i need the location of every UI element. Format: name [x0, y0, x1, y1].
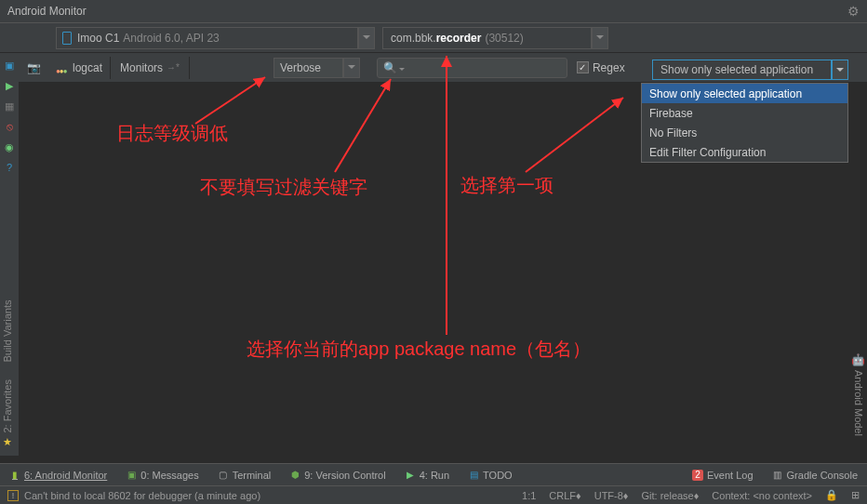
device-name: Imoo C1 — [77, 32, 119, 45]
tab-android-monitor[interactable]: ▮6: Android Monitor — [0, 464, 116, 485]
panel-title: Android Monitor — [7, 5, 87, 18]
process-dropdown[interactable]: com.bbk.recorder (30512) — [382, 27, 592, 49]
ide-icon[interactable]: ⊞ — [851, 489, 860, 501]
bottom-tool-tabs: ▮6: Android Monitor ▣0: Messages ▢Termin… — [0, 463, 867, 485]
status-linecol[interactable]: 1:1 — [522, 490, 536, 501]
play-icon[interactable]: ▶ — [3, 79, 16, 92]
status-bar: ! Can't bind to local 8602 for debugger … — [0, 485, 867, 504]
lock-icon[interactable]: 🔒 — [825, 489, 838, 501]
tab-logcat[interactable]: logcat — [48, 57, 111, 79]
gradle-icon: ▥ — [772, 470, 783, 481]
rail-build-variants[interactable]: Build Variants — [2, 300, 13, 363]
rail-favorites[interactable]: ★ 2: Favorites — [2, 379, 13, 448]
status-git[interactable]: Git: release♦ — [641, 490, 699, 501]
right-rail-android-model[interactable]: 🤖 Android Model — [851, 353, 865, 436]
gear-icon[interactable]: ⚙ — [847, 4, 860, 19]
search-input[interactable]: 🔍 — [377, 58, 567, 78]
tab-version-control[interactable]: ⬢9: Version Control — [280, 464, 394, 485]
screenshot-icon[interactable]: 📷 — [27, 61, 41, 74]
filter-option-edit[interactable]: Edit Filter Configuration — [642, 142, 847, 162]
regex-checkbox[interactable]: ✓ Regex — [577, 61, 625, 74]
checkbox-icon: ✓ — [577, 61, 589, 73]
tab-monitors[interactable]: Monitors →* — [111, 57, 190, 79]
globe-icon[interactable]: ◉ — [3, 140, 16, 153]
run-icon: ▶ — [405, 470, 416, 481]
tab-messages[interactable]: ▣0: Messages — [116, 464, 207, 485]
messages-icon: ▣ — [126, 470, 137, 481]
tab-run[interactable]: ▶4: Run — [395, 464, 459, 485]
status-encoding[interactable]: UTF-8♦ — [594, 490, 629, 501]
terminal-icon: ▢ — [218, 470, 229, 481]
title-bar: Android Monitor ⚙ — [0, 0, 867, 23]
search-icon: 🔍 — [383, 61, 397, 74]
help-icon[interactable]: ? — [3, 161, 16, 174]
tab-gradle-console[interactable]: ▥Gradle Console — [763, 464, 867, 485]
device-dropdown[interactable]: Imoo C1 Android 6.0, API 23 — [56, 27, 358, 49]
logcat-icon — [56, 63, 69, 73]
device-dropdown-arrow[interactable] — [358, 27, 375, 49]
header-row: Imoo C1 Android 6.0, API 23 com.bbk.reco… — [0, 23, 867, 53]
tab-todo[interactable]: ▤TODO — [459, 464, 522, 485]
status-message: Can't bind to local 8602 for debugger (a… — [24, 490, 260, 501]
vcs-icon: ⬢ — [289, 470, 300, 481]
android-icon: ▮ — [9, 470, 20, 481]
monitors-arrow-icon: →* — [167, 62, 180, 73]
filter-popup: Show only selected application Firebase … — [641, 83, 848, 163]
android-icon: 🤖 — [851, 353, 865, 366]
filter-option-nofilters[interactable]: No Filters — [642, 123, 847, 142]
log-level-dropdown[interactable]: Verbose — [273, 58, 360, 78]
process-package: com.bbk.recorder — [391, 32, 481, 45]
filter-option-firebase[interactable]: Firebase — [642, 103, 847, 123]
camera-icon[interactable]: ▣ — [3, 59, 16, 72]
log-level-arrow[interactable] — [343, 58, 360, 78]
stop-icon[interactable]: ⦸ — [3, 120, 16, 133]
phone-icon — [62, 32, 72, 45]
todo-icon: ▤ — [468, 470, 479, 481]
status-context[interactable]: Context: <no context> — [712, 490, 812, 501]
filter-dropdown[interactable]: Show only selected application — [652, 60, 848, 80]
process-dropdown-arrow[interactable] — [592, 27, 608, 49]
left-rail-tabs: ★ 2: Favorites Build Variants — [2, 300, 13, 448]
tab-event-log[interactable]: 2Event Log — [683, 464, 763, 485]
filter-dropdown-arrow[interactable] — [832, 60, 848, 80]
layout-icon[interactable]: ▦ — [3, 99, 16, 113]
device-api: Android 6.0, API 23 — [123, 32, 219, 45]
filter-option-selected[interactable]: Show only selected application — [642, 84, 847, 103]
tab-terminal[interactable]: ▢Terminal — [208, 464, 281, 485]
process-pid: (30512) — [485, 32, 523, 45]
event-badge: 2 — [692, 470, 703, 481]
status-lineending[interactable]: CRLF♦ — [549, 490, 580, 501]
warning-icon[interactable]: ! — [7, 490, 19, 501]
